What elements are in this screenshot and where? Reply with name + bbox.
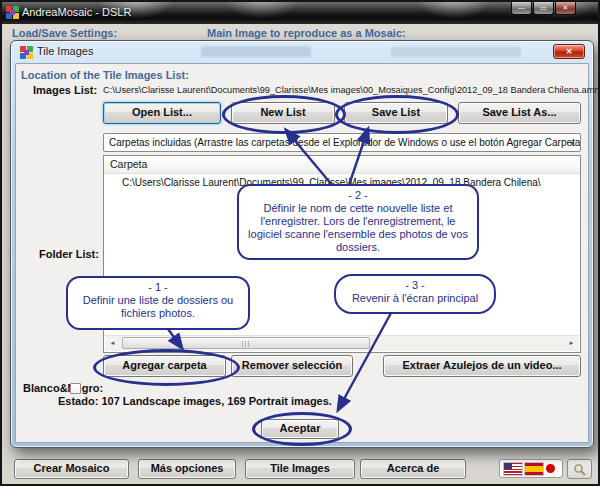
callout-2: - 2 - Définir le nom de cette nouvelle l…: [237, 184, 479, 260]
andreamosaic-window: AndreaMosaic - DSLR — ▭ ✕ Load/Save Sett…: [0, 0, 600, 486]
blanco-negro-checkbox[interactable]: [70, 383, 81, 394]
scroll-left-icon[interactable]: ◄: [105, 336, 120, 350]
extraer-azulejos-button[interactable]: Extraer Azulejos de un video...: [383, 355, 581, 377]
acerca-de-button[interactable]: Acerca de: [360, 459, 466, 479]
callout-3-number: - 3 -: [342, 279, 488, 292]
folder-list-label: Folder List:: [39, 248, 99, 260]
japan-flag-icon[interactable]: [546, 464, 555, 473]
main-image-label: Main Image to reproduce as a Mosaic:: [207, 27, 406, 39]
window-close-button[interactable]: ✕: [555, 2, 576, 15]
scroll-right-icon[interactable]: ►: [564, 336, 579, 350]
folders-dropdown[interactable]: Carpetas incluidas (Arrastre las carpeta…: [103, 133, 581, 152]
annotation-ellipse-aceptar: [252, 412, 352, 446]
tile-images-button[interactable]: Tile Images: [245, 459, 355, 479]
images-list-path: C:\Users\Clarisse Laurent\Documents\99_C…: [103, 85, 599, 95]
dialog-mosaic-icon: [20, 46, 33, 59]
callout-2-number: - 2 -: [245, 189, 471, 202]
open-list-button[interactable]: Open List...: [103, 102, 221, 124]
save-list-as-button[interactable]: Save List As...: [458, 102, 581, 124]
callout-3-text: Revenir à l'écran principal: [342, 292, 488, 305]
main-titlebar: AndreaMosaic - DSLR — ▭ ✕: [2, 2, 598, 24]
callout-3: - 3 - Revenir à l'écran principal: [334, 274, 496, 314]
mas-opciones-button[interactable]: Más opciones: [138, 459, 236, 479]
app-mosaic-icon: [6, 6, 19, 19]
minimize-button[interactable]: —: [511, 2, 532, 15]
column-header-carpeta[interactable]: Carpeta: [104, 156, 580, 174]
remover-seleccion-button[interactable]: Remover selección: [231, 355, 353, 377]
crear-mosaico-button[interactable]: Crear Mosaico: [14, 459, 129, 479]
blurred-background-artifact: [201, 46, 311, 57]
scrollbar-thumb[interactable]: [122, 337, 370, 349]
blanco-negro-label: Blanco&Negro:: [23, 382, 103, 394]
annotation-ellipse-save-list: [335, 95, 459, 134]
language-flags-panel: [499, 459, 563, 478]
annotation-ellipse-new-list: [222, 95, 346, 134]
chevron-down-icon: ▼: [569, 135, 576, 152]
search-icon: [573, 463, 586, 476]
window-title: AndreaMosaic - DSLR: [22, 2, 131, 23]
annotation-ellipse-agregar: [93, 349, 240, 386]
maximize-button[interactable]: ▭: [533, 2, 554, 15]
images-list-label: Images List:: [33, 84, 97, 96]
callout-2-text: Définir le nom de cette nouvelle liste e…: [245, 202, 471, 254]
callout-1-number: - 1 -: [74, 281, 242, 294]
folders-dropdown-value: Carpetas incluidas (Arrastre las carpeta…: [109, 137, 581, 148]
load-save-settings-label: Load/Save Settings:: [12, 27, 117, 39]
us-flag-icon[interactable]: [504, 463, 522, 475]
status-text: Estado: 107 Landscape images, 169 Portra…: [58, 395, 332, 407]
spain-flag-icon[interactable]: [525, 463, 543, 475]
location-section-header: Location of the Tile Images List:: [21, 69, 189, 81]
callout-1-text: Definir une liste de dossiers ou fichier…: [74, 294, 242, 320]
search-button[interactable]: [567, 459, 592, 479]
scrollbar-grip: [242, 341, 251, 347]
dialog-title: Tile Images: [37, 45, 93, 57]
blurred-background-artifact: [391, 47, 521, 57]
dialog-close-button[interactable]: ✕: [553, 44, 585, 59]
callout-1: - 1 - Definir une liste de dossiers ou f…: [66, 276, 250, 330]
